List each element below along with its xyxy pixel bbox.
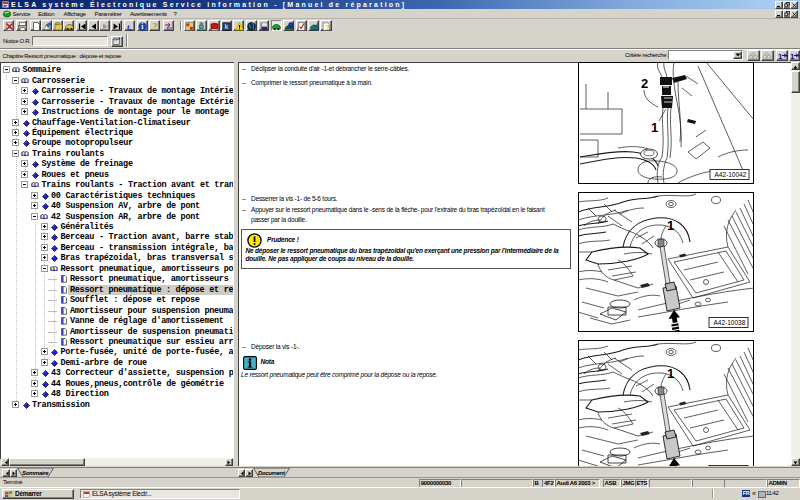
svg-text:A42-10042: A42-10042 [715,171,747,178]
svg-text:?: ? [152,22,157,31]
svg-text:1: 1 [667,366,674,381]
svg-text:A42-10038: A42-10038 [714,319,746,326]
svg-text:?: ? [325,22,330,31]
svg-text:1: 1 [651,120,658,135]
svg-text:2: 2 [641,76,648,91]
svg-text:i: i [141,22,143,31]
svg-text:t.: t. [127,22,132,31]
svg-text:k: k [225,23,229,30]
svg-text:1: 1 [667,218,674,233]
